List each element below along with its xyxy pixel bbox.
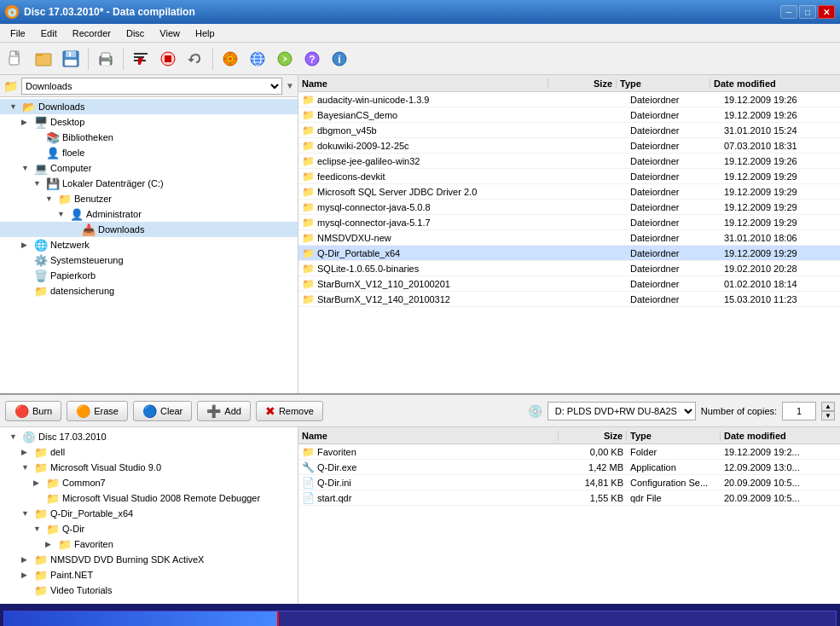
tree-item[interactable]: 🗑️Papierkorb [0,268,298,283]
tree-item[interactable]: ▶🖥️Desktop [0,114,298,130]
tree-item[interactable]: ▶📁dell [0,444,298,460]
tree-label: Q-Dir [62,524,84,534]
file-row[interactable]: 📁Q-Dir_Portable_x64Dateiordner19.12.2009… [298,246,840,261]
copies-up[interactable]: ▲ [821,402,835,411]
file-row[interactable]: 📁SQLite-1.0.65.0-binariesDateiordner19.0… [298,261,840,276]
settings-button[interactable] [217,46,243,72]
menu-file[interactable]: File [3,26,32,40]
file-row[interactable]: 📁audacity-win-unicode-1.3.9Dateiordner19… [298,92,840,107]
remove-button[interactable]: ✖ Remove [256,401,323,421]
tree-item[interactable]: ▶🌐Netzwerk [0,237,298,252]
svg-rect-19 [165,55,171,62]
col-size-header[interactable]: Size [548,78,617,89]
tree-item[interactable]: 📁Microsoft Visual Studio 2008 Remote Deb… [0,490,298,506]
menu-recorder[interactable]: Recorder [66,26,118,40]
help-button[interactable]: ? [299,46,325,72]
tree-item[interactable]: ▼💻Computer [0,160,298,176]
col-type-header[interactable]: Type [617,78,710,89]
minimize-button[interactable]: ─ [780,5,797,19]
tree-label: Video Tutorials [50,585,113,595]
clear-button[interactable]: 🔵 Clear [133,401,192,421]
file-row[interactable]: 📁dokuwiki-2009-12-25cDateiordner07.03.20… [298,138,840,154]
menu-disc[interactable]: Disc [119,26,151,40]
file-row[interactable]: 📁eclipse-jee-galileo-win32Dateiordner19.… [298,154,840,169]
folder-icon: 📚 [46,131,60,144]
file-row[interactable]: 📁Microsoft SQL Server JDBC Driver 2.0Dat… [298,184,840,200]
tree-item[interactable]: ▼📁Q-Dir [0,521,298,536]
disc-col-name[interactable]: Name [298,431,559,441]
tree-label: Downloads [98,224,144,235]
folder-icon: 📥 [82,223,96,236]
main-area: 📁 Downloads ▼ ▼📂Downloads▶🖥️Desktop📚Bibl… [0,75,840,604]
tree-item[interactable]: 👤floele [0,145,298,160]
tree-item[interactable]: ▼💾Lokaler Datenträger (C:) [0,176,298,191]
update-button[interactable] [272,46,298,72]
tree-label: Q-Dir_Portable_x64 [50,508,133,519]
add-button[interactable]: ➕ Add [197,401,251,421]
copies-down[interactable]: ▼ [821,411,835,420]
folder-icon: 📁 [34,507,48,520]
tree-item[interactable]: ▶📁Favoriten [0,536,298,552]
folder-icon: 🖥️ [34,116,48,129]
tree-item[interactable]: 📁datensicherung [0,283,298,299]
info-button[interactable]: i [327,46,352,72]
menu-help[interactable]: Help [188,26,222,40]
file-row[interactable]: 📁dbgmon_v45bDateiordner31.01.2010 15:24 [298,123,840,138]
col-date-header[interactable]: Date modified [710,78,830,89]
file-row[interactable]: 📁StarBurnX_V12_140_20100312Dateiordner15… [298,292,840,307]
window-title: Disc 17.03.2010* - Data compilation [24,6,195,18]
undo-button[interactable] [182,46,208,72]
tree-item[interactable]: ▼📁Microsoft Visual Studio 9.0 [0,460,298,475]
disc-col-size[interactable]: Size [559,431,627,441]
close-button[interactable]: ✕ [818,5,835,19]
tree-item[interactable]: 📥Downloads [0,222,298,237]
tree-item[interactable]: ▼📁Q-Dir_Portable_x64 [0,506,298,521]
menu-edit[interactable]: Edit [34,26,64,40]
svg-point-22 [229,57,232,61]
tree-item[interactable]: ▶📁NMSDVD DVD Burning SDK ActiveX [0,552,298,567]
save-button[interactable] [58,46,84,72]
tree-label: Desktop [50,117,84,127]
tree-item[interactable]: 📚Bibliotheken [0,130,298,145]
maximize-button[interactable]: □ [799,5,816,19]
drive-dropdown[interactable]: D: PLDS DVD+RW DU-8A2S [547,402,696,420]
disc-col-date[interactable]: Date modified [721,431,840,441]
disc-col-type[interactable]: Type [627,431,721,441]
file-row[interactable]: 📁Favoriten0,00 KBFolder19.12.2009 19:2..… [298,444,840,460]
tree-item[interactable]: ▼📁Benutzer [0,191,298,206]
stop-button[interactable] [155,46,181,72]
erase-button[interactable]: 🟠 Erase [67,401,128,421]
path-dropdown[interactable]: Downloads [21,78,282,95]
progress-fill [4,612,279,626]
tree-item[interactable]: ▶📁Paint.NET [0,567,298,583]
tree-item[interactable]: ▶📁Common7 [0,475,298,490]
new-button[interactable] [3,46,29,72]
col-name-header[interactable]: Name [298,78,548,89]
file-row[interactable]: 📁feedicons-devkitDateiordner19.12.2009 1… [298,169,840,184]
file-row[interactable]: 📁mysql-connector-java-5.0.8Dateiordner19… [298,200,840,215]
file-row[interactable]: 📄start.qdr1,55 KBqdr File20.09.2009 10:5… [298,490,840,506]
copies-input[interactable] [782,402,816,420]
burn-button[interactable]: 🔴 Burn [5,401,61,421]
tree-item[interactable]: ▼📂Downloads [0,99,298,114]
file-row[interactable]: 📄Q-Dir.ini14,81 KBConfiguration Se...20.… [298,475,840,490]
file-row[interactable]: 🔧Q-Dir.exe1,42 MBApplication12.09.2009 1… [298,460,840,475]
tree-area: ▼📂Downloads▶🖥️Desktop📚Bibliotheken👤floel… [0,97,298,393]
internet-button[interactable] [245,46,270,72]
print-button[interactable] [93,46,119,72]
tree-label: Favoriten [74,539,113,549]
cut-button[interactable] [128,46,154,72]
tree-item[interactable]: 📁Video Tutorials [0,583,298,598]
drive-selector: 💿 D: PLDS DVD+RW DU-8A2S Number of copie… [528,402,835,420]
tree-label: Common7 [62,478,106,488]
file-row[interactable]: 📁mysql-connector-java-5.1.7Dateiordner19… [298,215,840,230]
folder-icon: 💾 [46,177,60,190]
file-row[interactable]: 📁StarBurnX_V12_110_20100201Dateiordner01… [298,276,840,292]
menu-view[interactable]: View [153,26,187,40]
file-row[interactable]: 📁NMSDVDXU-newDateiordner31.01.2010 18:06 [298,230,840,246]
tree-item[interactable]: ▼👤Administrator [0,206,298,222]
tree-item[interactable]: ▼💿Disc 17.03.2010 [0,429,298,444]
tree-item[interactable]: ⚙️Systemsteuerung [0,252,298,268]
file-row[interactable]: 📁BayesianCS_demoDateiordner19.12.2009 19… [298,107,840,123]
open-button[interactable] [31,46,56,72]
